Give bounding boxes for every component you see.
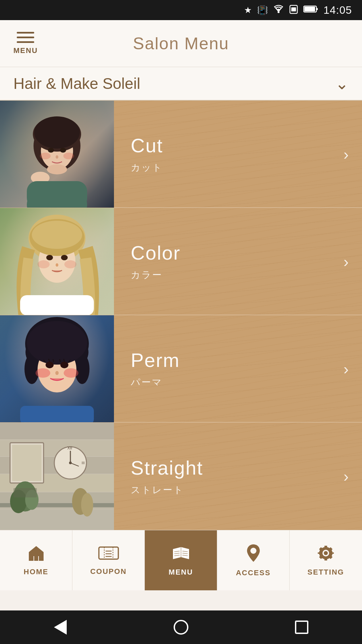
menu-book-icon [171, 544, 191, 565]
svg-text:III: III [81, 461, 84, 465]
nav-menu-label: MENU [169, 568, 193, 577]
back-button[interactable] [47, 614, 74, 641]
nav-coupon-label: COUPON [90, 567, 127, 576]
svg-point-17 [56, 155, 58, 159]
svg-text:XII: XII [67, 446, 72, 450]
sim-icon [289, 4, 298, 16]
wifi-icon [273, 5, 284, 16]
svg-point-11 [34, 116, 80, 149]
salon-name: Hair & Make Soleil [13, 74, 140, 93]
svg-point-38 [27, 321, 87, 365]
setting-gear-icon [317, 544, 335, 565]
svg-rect-72 [13, 488, 37, 497]
hamburger-icon [17, 32, 34, 43]
menu-item-perm[interactable]: Perm パーマ › [0, 315, 362, 423]
perm-chevron-icon: › [344, 360, 349, 378]
nav-home-label: HOME [24, 568, 49, 576]
bottom-nav: HOME COUPON [0, 530, 362, 590]
menu-button-label: MENU [13, 46, 38, 55]
svg-point-30 [64, 260, 76, 268]
nav-setting-label: SETTING [307, 568, 344, 577]
straight-label-jp: ストレート [131, 484, 345, 496]
home-icon [27, 545, 45, 564]
nav-item-setting[interactable]: SETTING [290, 530, 362, 590]
bluetooth-icon: ★ [244, 5, 252, 15]
nav-item-access[interactable]: ACCESS [217, 530, 290, 590]
svg-point-89 [324, 551, 328, 555]
color-photo [0, 208, 114, 315]
perm-text: Perm パーマ › [114, 315, 362, 422]
recents-icon [295, 621, 308, 634]
color-label-jp: カラー [131, 269, 345, 281]
svg-point-25 [32, 221, 82, 249]
menu-item-cut[interactable]: Cut カット › [0, 101, 362, 208]
top-header: MENU Salon Menu [0, 20, 362, 67]
svg-rect-50 [20, 406, 94, 422]
svg-rect-21 [27, 181, 87, 208]
nav-item-coupon[interactable]: COUPON [72, 530, 145, 590]
svg-point-26 [46, 255, 53, 260]
svg-point-18 [40, 153, 51, 159]
cut-photo [0, 101, 114, 208]
color-text: Color カラー › [114, 208, 362, 315]
menu-grid: Cut カット › [0, 101, 362, 530]
svg-point-15 [48, 148, 54, 153]
nav-item-home[interactable]: HOME [0, 530, 72, 590]
svg-rect-52 [0, 423, 114, 439]
svg-rect-74 [99, 547, 118, 559]
salon-name-bar[interactable]: Hair & Make Soleil ⌄ [0, 67, 362, 101]
status-time: 14:05 [323, 4, 352, 16]
color-chevron-icon: › [344, 253, 349, 271]
recents-button[interactable] [288, 614, 315, 641]
cut-label-en: Cut [131, 134, 345, 157]
svg-rect-73 [34, 556, 38, 561]
cut-label-jp: カット [131, 161, 345, 174]
chevron-down-icon: ⌄ [335, 74, 349, 93]
perm-photo [0, 315, 114, 422]
perm-label-en: Perm [131, 349, 345, 371]
vibrate-icon: 📳 [257, 5, 268, 15]
svg-point-27 [61, 255, 68, 260]
svg-point-49 [64, 368, 78, 378]
menu-button[interactable]: MENU [13, 32, 38, 55]
svg-point-14 [47, 164, 67, 174]
straight-text: Straight ストレート › [114, 423, 362, 530]
menu-item-color[interactable]: Color カラー › [0, 208, 362, 315]
status-bar: ★ 📳 14:05 [0, 0, 362, 20]
svg-point-87 [250, 548, 256, 554]
svg-point-39 [46, 362, 54, 368]
battery-icon [303, 5, 318, 15]
svg-point-0 [278, 11, 280, 13]
svg-rect-5 [304, 7, 315, 11]
back-icon [54, 620, 67, 635]
page-title: Salon Menu [133, 34, 229, 53]
svg-point-28 [56, 263, 58, 267]
cut-chevron-icon: › [344, 145, 349, 163]
svg-point-48 [36, 368, 50, 378]
main-content: Cut カット › [0, 101, 362, 530]
svg-point-71 [81, 493, 93, 517]
svg-point-29 [38, 260, 50, 268]
nav-access-label: ACCESS [236, 569, 271, 577]
access-pin-icon [246, 544, 260, 565]
perm-label-jp: パーマ [131, 376, 345, 389]
system-nav-bar [0, 610, 362, 644]
straight-label-en: Straight [131, 457, 345, 479]
color-label-en: Color [131, 241, 345, 264]
straight-chevron-icon: › [344, 467, 349, 485]
svg-point-16 [60, 148, 66, 153]
home-circle-icon [174, 620, 188, 635]
svg-point-19 [63, 153, 74, 159]
svg-rect-31 [20, 295, 94, 315]
status-icons: ★ 📳 14:05 [244, 4, 352, 16]
svg-point-40 [60, 362, 68, 368]
nav-item-menu[interactable]: MENU [145, 530, 217, 590]
svg-rect-65 [12, 445, 42, 481]
home-button[interactable] [168, 614, 194, 641]
svg-rect-2 [291, 7, 296, 11]
menu-item-straight[interactable]: XII III [0, 423, 362, 530]
coupon-icon [98, 545, 119, 564]
straight-photo: XII III [0, 423, 114, 530]
svg-point-47 [55, 371, 59, 375]
svg-rect-4 [316, 8, 318, 10]
